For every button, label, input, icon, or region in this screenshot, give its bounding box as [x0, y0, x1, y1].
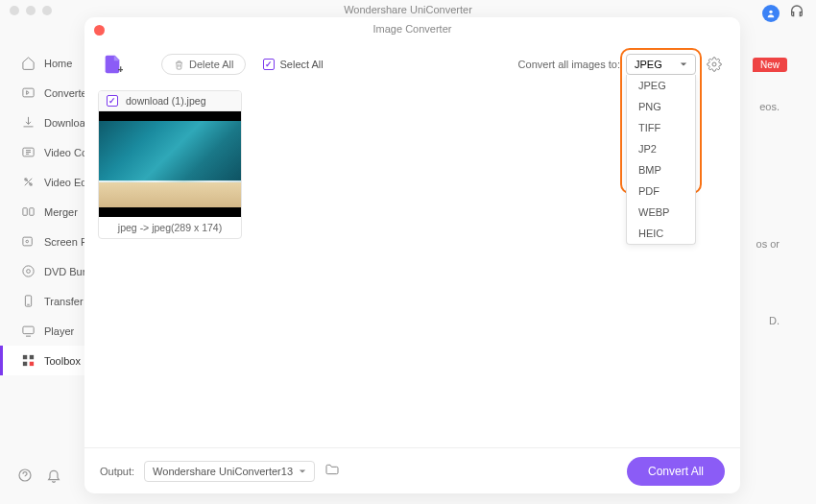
sidebar-label: Toolbox	[44, 355, 81, 367]
file-card[interactable]: download (1).jpeg jpeg -> jpeg(289 x 174…	[98, 90, 242, 239]
svg-point-9	[23, 266, 34, 276]
sidebar-label: DVD Burner	[44, 266, 84, 277]
convert-all-button[interactable]: Convert All	[627, 457, 725, 486]
sidebar: Home Converter Downloader Video Compress…	[0, 29, 84, 504]
minimize-dot[interactable]	[26, 6, 36, 15]
file-checkbox[interactable]	[107, 95, 118, 107]
selected-format: JPEG	[635, 59, 662, 70]
sidebar-item-toolbox[interactable]: Toolbox	[0, 346, 84, 375]
image-converter-modal: Image Converter + Delete All Select All …	[84, 17, 740, 493]
sidebar-label: Converter	[44, 87, 84, 99]
svg-rect-14	[30, 355, 34, 359]
sidebar-item-recorder[interactable]: Screen Recorder	[0, 227, 84, 256]
output-path: Wondershare UniConverter13	[153, 466, 293, 477]
settings-icon[interactable]	[704, 54, 725, 75]
sidebar-item-compressor[interactable]: Video Compressor	[0, 137, 84, 167]
svg-text:+: +	[118, 63, 124, 75]
bg-text: D.	[769, 315, 780, 326]
chevron-down-icon	[680, 60, 687, 68]
svg-point-0	[769, 11, 772, 13]
modal-title: Image Converter	[373, 23, 452, 35]
bell-icon[interactable]	[46, 468, 61, 487]
svg-rect-5	[23, 208, 27, 216]
format-option-bmp[interactable]: BMP	[627, 159, 695, 180]
sidebar-label: Video Editor	[44, 177, 84, 188]
select-all-checkbox[interactable]: Select All	[263, 59, 323, 70]
sidebar-label: Downloader	[44, 117, 84, 129]
format-option-jp2[interactable]: JP2	[627, 138, 695, 159]
close-dot[interactable]	[10, 6, 19, 15]
sidebar-item-converter[interactable]: Converter	[0, 78, 84, 108]
format-option-png[interactable]: PNG	[627, 96, 695, 117]
bg-text: os or	[756, 238, 780, 250]
file-name: download (1).jpeg	[126, 95, 205, 107]
format-option-heic[interactable]: HEIC	[627, 223, 695, 244]
new-badge: New	[753, 58, 787, 72]
output-label: Output:	[100, 466, 134, 477]
file-thumbnail	[99, 111, 241, 217]
maximize-dot[interactable]	[42, 6, 52, 15]
format-select[interactable]: JPEG	[626, 54, 696, 75]
svg-point-19	[712, 62, 716, 66]
sidebar-label: Home	[44, 58, 72, 69]
svg-rect-15	[23, 362, 27, 366]
close-icon[interactable]	[94, 25, 105, 36]
output-path-select[interactable]: Wondershare UniConverter13	[144, 461, 315, 482]
format-option-pdf[interactable]: PDF	[627, 180, 695, 202]
format-option-jpeg[interactable]: JPEG	[627, 75, 695, 96]
chevron-down-icon	[299, 468, 306, 475]
convert-format-label: Convert all images to:	[518, 59, 620, 70]
svg-rect-6	[30, 208, 34, 216]
sidebar-item-home[interactable]: Home	[0, 48, 84, 78]
bg-text: eos.	[759, 101, 780, 112]
sidebar-label: Merger	[44, 206, 78, 218]
svg-point-10	[27, 270, 31, 274]
open-folder-icon[interactable]	[324, 462, 340, 481]
help-icon[interactable]	[17, 468, 33, 487]
svg-point-8	[26, 240, 29, 243]
sidebar-label: Transfer	[44, 296, 84, 307]
sidebar-label: Player	[44, 325, 74, 337]
window-controls[interactable]	[10, 6, 52, 15]
sidebar-item-editor[interactable]: Video Editor	[0, 167, 84, 197]
sidebar-item-transfer[interactable]: Transfer	[0, 286, 84, 316]
delete-all-label: Delete All	[189, 59, 233, 70]
select-all-label: Select All	[279, 59, 323, 70]
checkbox-icon	[263, 59, 275, 70]
sidebar-item-downloader[interactable]: Downloader	[0, 108, 84, 137]
sidebar-label: Screen Recorder	[44, 236, 84, 248]
sidebar-label: Video Compressor	[44, 147, 84, 158]
svg-rect-7	[23, 237, 32, 246]
format-option-webp[interactable]: WEBP	[627, 202, 695, 223]
app-title: Wondershare UniConverter	[344, 4, 472, 15]
sidebar-item-dvd[interactable]: DVD Burner	[0, 256, 84, 286]
svg-rect-12	[23, 326, 34, 334]
svg-rect-13	[23, 355, 27, 359]
svg-point-17	[19, 469, 31, 481]
svg-rect-16	[30, 362, 34, 366]
avatar[interactable]	[762, 5, 780, 22]
support-icon[interactable]	[789, 4, 804, 23]
file-conversion-info: jpeg -> jpeg(289 x 174)	[99, 217, 241, 238]
format-dropdown: JPEG PNG TIFF JP2 BMP PDF WEBP HEIC	[626, 75, 696, 245]
delete-all-button[interactable]: Delete All	[161, 54, 246, 75]
sidebar-item-merger[interactable]: Merger	[0, 197, 84, 227]
format-option-tiff[interactable]: TIFF	[627, 117, 695, 138]
add-file-icon[interactable]: +	[102, 54, 123, 75]
sidebar-item-player[interactable]: Player	[0, 316, 84, 346]
